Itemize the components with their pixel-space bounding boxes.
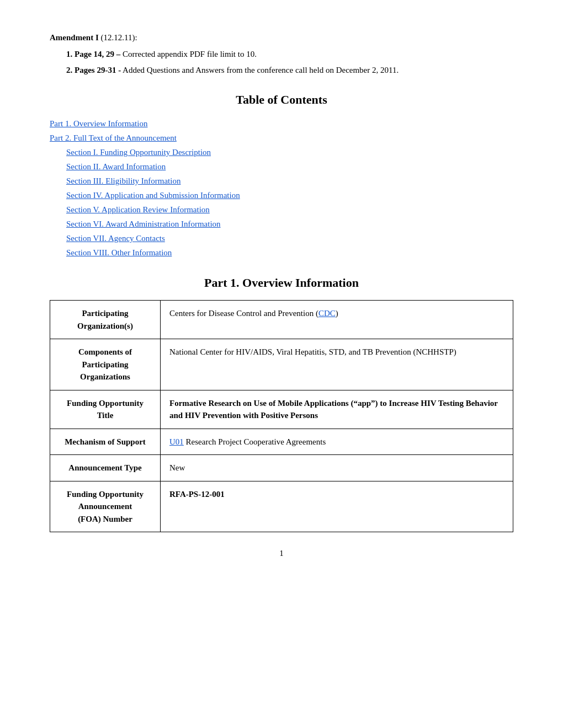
label-foa-number: Funding OpportunityAnnouncement(FOA) Num… (50, 481, 161, 532)
toc-item-part1[interactable]: Part 1. Overview Information (50, 117, 513, 130)
table-row-components: Components ofParticipatingOrganizations … (50, 339, 513, 390)
amendment-list: 1. Page 14, 29 – Corrected appendix PDF … (50, 48, 513, 76)
u01-link[interactable]: U01 (169, 437, 184, 446)
label-mechanism: Mechanism of Support (50, 429, 161, 455)
part1-section: Part 1. Overview Information Participati… (50, 276, 513, 532)
table-row-announcement-type: Announcement Type New (50, 455, 513, 481)
value-foa-number: RFA-PS-12-001 (161, 481, 513, 532)
amendment-item-1-normal: Corrected appendix PDF file limit to 10. (123, 50, 257, 58)
toc-link-section1[interactable]: Section I. Funding Opportunity Descripti… (66, 148, 211, 157)
label-components: Components ofParticipatingOrganizations (50, 339, 161, 390)
toc-link-part1[interactable]: Part 1. Overview Information (50, 119, 147, 128)
toc-item-section8[interactable]: Section VIII. Other Information (50, 246, 513, 259)
cdc-link[interactable]: CDC (318, 309, 336, 318)
amendment-item-2: 2. Pages 29-31 - Added Questions and Ans… (66, 64, 513, 77)
page-number: 1 (50, 549, 513, 558)
toc-link-section2[interactable]: Section II. Award Information (66, 162, 166, 171)
amendment-item-1-bold: Page 14, 29 – (75, 50, 120, 58)
toc-item-section6[interactable]: Section VI. Award Administration Informa… (50, 217, 513, 231)
amendment-item-2-bold: Pages 29-31 - (75, 66, 121, 74)
table-row-foa-number: Funding OpportunityAnnouncement(FOA) Num… (50, 481, 513, 532)
value-announcement-type: New (161, 455, 513, 481)
foa-title-bold: Formative Research on Use of Mobile Appl… (169, 399, 498, 420)
value-participating-org: Centers for Disease Control and Preventi… (161, 301, 513, 339)
toc-item-section7[interactable]: Section VII. Agency Contacts (50, 232, 513, 245)
value-components: National Center for HIV/AIDS, Viral Hepa… (161, 339, 513, 390)
toc-link-section8[interactable]: Section VIII. Other Information (66, 248, 172, 257)
toc-link-section5[interactable]: Section V. Application Review Informatio… (66, 205, 210, 214)
toc-item-section2[interactable]: Section II. Award Information (50, 160, 513, 173)
toc-item-section5[interactable]: Section V. Application Review Informatio… (50, 203, 513, 216)
toc-link-section7[interactable]: Section VII. Agency Contacts (66, 234, 165, 243)
value-foa-title: Formative Research on Use of Mobile Appl… (161, 390, 513, 429)
amendment-title-normal: (12.12.11): (99, 33, 137, 42)
amendment-item-1: 1. Page 14, 29 – Corrected appendix PDF … (66, 48, 513, 61)
label-announcement-type: Announcement Type (50, 455, 161, 481)
toc-item-section4[interactable]: Section IV. Application and Submission I… (50, 189, 513, 202)
toc-link-section4[interactable]: Section IV. Application and Submission I… (66, 191, 240, 200)
table-row-participating-org: ParticipatingOrganization(s) Centers for… (50, 301, 513, 339)
toc-section: Table of Contents Part 1. Overview Infor… (50, 93, 513, 259)
toc-link-section6[interactable]: Section VI. Award Administration Informa… (66, 220, 221, 228)
label-participating-org: ParticipatingOrganization(s) (50, 301, 161, 339)
part1-title: Part 1. Overview Information (50, 276, 513, 290)
toc-title: Table of Contents (50, 93, 513, 107)
toc-links: Part 1. Overview Information Part 2. Ful… (50, 117, 513, 259)
toc-link-section3[interactable]: Section III. Eligibility Information (66, 176, 180, 185)
table-row-mechanism: Mechanism of Support U01 Research Projec… (50, 429, 513, 455)
value-mechanism: U01 Research Project Cooperative Agreeme… (161, 429, 513, 455)
toc-item-part2[interactable]: Part 2. Full Text of the Announcement (50, 131, 513, 144)
amendment-title: Amendment I (12.12.11): (50, 33, 513, 42)
foa-number-bold: RFA-PS-12-001 (169, 490, 225, 499)
label-foa-title: Funding OpportunityTitle (50, 390, 161, 429)
amendment-section: Amendment I (12.12.11): 1. Page 14, 29 –… (50, 33, 513, 76)
amendment-item-1-number: 1. (66, 50, 72, 58)
toc-link-part2[interactable]: Part 2. Full Text of the Announcement (50, 133, 177, 142)
amendment-item-2-normal: Added Questions and Answers from the con… (123, 66, 399, 74)
toc-item-section3[interactable]: Section III. Eligibility Information (50, 174, 513, 188)
amendment-item-2-number: 2. (66, 66, 72, 74)
overview-table: ParticipatingOrganization(s) Centers for… (50, 300, 513, 532)
amendment-title-bold: Amendment I (50, 33, 99, 42)
table-row-foa-title: Funding OpportunityTitle Formative Resea… (50, 390, 513, 429)
toc-item-section1[interactable]: Section I. Funding Opportunity Descripti… (50, 146, 513, 159)
